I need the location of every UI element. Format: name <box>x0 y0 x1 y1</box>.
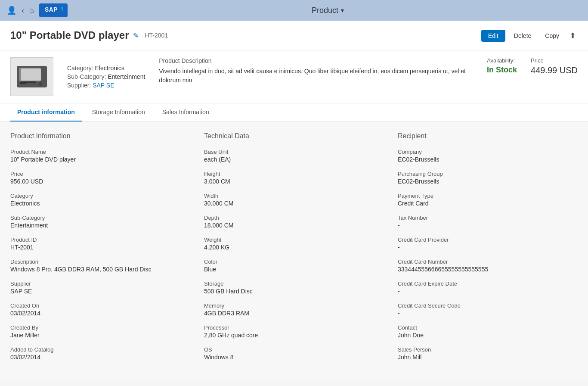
home-icon[interactable]: ⌂ <box>29 6 34 15</box>
main-content: 10" Portable DVD player ✎ HT-2001 Edit D… <box>0 21 588 379</box>
top-navigation: 👤 ‹ ⌂ SAP Product ▾ <box>0 0 588 21</box>
product-id-badge: HT-2001 <box>145 32 168 39</box>
field-value: Entertainment <box>10 222 190 229</box>
field-created-on: Created On 03/02/2014 <box>10 302 190 317</box>
field-width: Width 30.000 CM <box>204 193 384 207</box>
field-label: Tax Number <box>398 215 578 221</box>
field-weight: Weight 4.200 KG <box>204 237 384 251</box>
tab-sales-information[interactable]: Sales Information <box>155 103 216 121</box>
field-os: OS Windows 8 <box>204 346 384 361</box>
content-area: Product Information Product Name 10" Por… <box>0 122 588 379</box>
field-value: 30.000 CM <box>204 200 384 207</box>
field-label: Sub-Category <box>10 215 190 221</box>
field-value: John Doe <box>398 332 578 339</box>
field-label: Memory <box>204 302 384 309</box>
price-value: 449.99 USD <box>531 65 578 75</box>
field-label: Contact <box>398 324 578 331</box>
svg-rect-8 <box>21 81 36 83</box>
field-value: 4GB DDR3 RAM <box>204 310 384 317</box>
field-sub-category: Sub-Category Entertainment <box>10 215 190 229</box>
field-label: OS <box>204 346 384 353</box>
field-value: John Mill <box>398 354 578 361</box>
page-title-nav: Product ▾ <box>74 6 581 15</box>
supplier-link[interactable]: SAP SE <box>93 82 114 89</box>
field-label: Base Unit <box>204 149 384 155</box>
supplier-row: Supplier: SAP SE <box>67 82 145 89</box>
field-label: Company <box>398 149 578 155</box>
field-label: Credit Card Number <box>398 258 578 265</box>
field-description: Description Windows 8 Pro, 4GB DDR3 RAM,… <box>10 258 190 273</box>
field-value: 2,80 GHz quad core <box>204 332 384 339</box>
product-name-heading: 10" Portable DVD player <box>10 29 129 41</box>
back-icon[interactable]: ‹ <box>22 6 24 15</box>
field-color: Color Blue <box>204 258 384 273</box>
field-label: Category <box>10 193 190 199</box>
availability-value: In Stock <box>487 65 517 75</box>
nav-icons-group: 👤 ‹ ⌂ SAP <box>7 3 68 17</box>
field-sales-person: Sales Person John Mill <box>398 346 578 361</box>
copy-button[interactable]: Copy <box>540 30 564 42</box>
field-value: - <box>398 222 578 229</box>
field-label: Credit Card Expire Date <box>398 280 578 287</box>
field-label: Width <box>204 193 384 199</box>
field-label: Description <box>10 258 190 265</box>
field-product-id: Product ID HT-2001 <box>10 237 190 251</box>
field-value: - <box>398 288 578 295</box>
product-info-row: Category: Electronics Sub-Category: Ente… <box>0 50 588 103</box>
field-value: - <box>398 244 578 251</box>
field-storage: Storage 500 GB Hard Disc <box>204 280 384 295</box>
field-value: SAP SE <box>10 288 190 295</box>
tabs-bar: Product information Storage Information … <box>0 103 588 122</box>
tab-product-information[interactable]: Product information <box>10 103 82 121</box>
field-value: 333444555666655555555555555 <box>398 266 578 273</box>
field-value: each (EA) <box>204 156 384 163</box>
field-value: 18.000 CM <box>204 222 384 229</box>
category-value: Electronics <box>95 65 124 72</box>
field-label: Sales Person <box>398 346 578 353</box>
field-value: EC02-Brussells <box>398 156 578 163</box>
field-label: Color <box>204 258 384 265</box>
field-label: Height <box>204 171 384 177</box>
field-value: Electronics <box>10 200 190 207</box>
field-credit-card-secure-code: Credit Card Secure Code - <box>398 302 578 317</box>
field-value: Blue <box>204 266 384 273</box>
availability-section: Availability: In Stock <box>487 57 517 96</box>
price-label: Price <box>531 57 578 64</box>
availability-label: Availability: <box>487 57 517 64</box>
supplier-label: Supplier: <box>67 82 91 89</box>
field-height: Height 3.000 CM <box>204 171 384 185</box>
field-depth: Depth 18.000 CM <box>204 215 384 229</box>
field-value: EC02-Brussells <box>398 178 578 185</box>
field-created-by: Created By Jane Miller <box>10 324 190 339</box>
field-label: Processor <box>204 324 384 331</box>
product-description: Product Description Vivendo intellegat i… <box>159 57 473 96</box>
product-info-section-title: Product Information <box>10 132 190 140</box>
share-button[interactable]: ⬆ <box>568 29 578 42</box>
field-value: Windows 8 Pro, 4GB DDR3 RAM, 500 GB Hard… <box>10 266 190 273</box>
field-label: Added to Catalog <box>10 346 190 353</box>
title-dropdown-icon[interactable]: ▾ <box>341 7 344 14</box>
field-value: 500 GB Hard Disc <box>204 288 384 295</box>
field-value: 03/02/2014 <box>10 310 190 317</box>
recipient-section-title: Recipient <box>398 132 578 140</box>
product-information-panel: Product Information Product Name 10" Por… <box>10 132 190 368</box>
product-image <box>10 57 53 96</box>
field-label: Weight <box>204 237 384 243</box>
field-label: Product Name <box>10 149 190 155</box>
field-price: Price 956.00 USD <box>10 171 190 185</box>
field-label: Credit Card Secure Code <box>398 302 578 309</box>
field-value: 956.00 USD <box>10 178 190 185</box>
price-section: Price 449.99 USD <box>531 57 578 96</box>
delete-button[interactable]: Delete <box>509 30 536 42</box>
field-label: Created On <box>10 302 190 309</box>
user-icon[interactable]: 👤 <box>7 6 16 15</box>
svg-point-6 <box>39 82 42 86</box>
edit-button[interactable]: Edit <box>481 30 505 42</box>
field-value: Jane Miller <box>10 332 190 339</box>
nav-title: Product <box>312 6 338 15</box>
inline-edit-icon[interactable]: ✎ <box>133 31 139 40</box>
tab-storage-information[interactable]: Storage Information <box>85 103 152 121</box>
field-label: Storage <box>204 280 384 287</box>
field-credit-card-expire-date: Credit Card Expire Date - <box>398 280 578 295</box>
field-tax-number: Tax Number - <box>398 215 578 229</box>
